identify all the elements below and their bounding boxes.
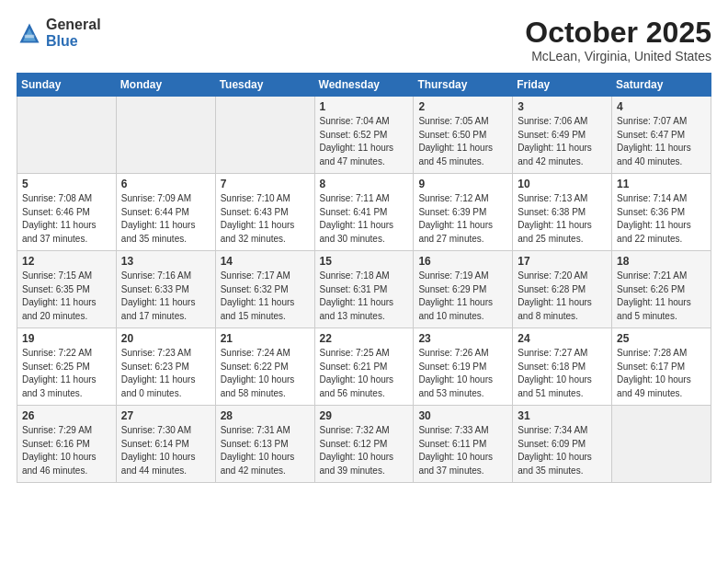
day-number: 20 (121, 332, 210, 345)
day-cell: 12Sunrise: 7:15 AMSunset: 6:35 PMDayligh… (17, 251, 117, 328)
day-info: Sunrise: 7:12 AMSunset: 6:39 PMDaylight:… (418, 192, 507, 246)
day-cell: 22Sunrise: 7:25 AMSunset: 6:21 PMDayligh… (314, 328, 414, 406)
day-info: Sunrise: 7:19 AMSunset: 6:29 PMDaylight:… (418, 270, 507, 323)
day-cell (116, 97, 215, 174)
day-cell: 4Sunrise: 7:07 AMSunset: 6:47 PMDaylight… (612, 97, 711, 174)
day-number: 22 (320, 332, 409, 345)
day-number: 29 (320, 409, 409, 422)
day-number: 2 (418, 100, 507, 113)
day-cell: 17Sunrise: 7:20 AMSunset: 6:28 PMDayligh… (513, 251, 612, 328)
day-info: Sunrise: 7:09 AMSunset: 6:44 PMDaylight:… (121, 192, 210, 246)
day-cell: 11Sunrise: 7:14 AMSunset: 6:36 PMDayligh… (612, 174, 711, 251)
header-row: SundayMondayTuesdayWednesdayThursdayFrid… (17, 74, 711, 97)
day-cell: 24Sunrise: 7:27 AMSunset: 6:18 PMDayligh… (513, 328, 612, 406)
col-header-sunday: Sunday (17, 74, 117, 97)
day-info: Sunrise: 7:07 AMSunset: 6:47 PMDaylight:… (617, 115, 706, 168)
day-info: Sunrise: 7:17 AMSunset: 6:32 PMDaylight:… (221, 270, 310, 323)
day-cell: 27Sunrise: 7:30 AMSunset: 6:14 PMDayligh… (116, 406, 215, 483)
col-header-friday: Friday (513, 74, 612, 97)
day-cell: 20Sunrise: 7:23 AMSunset: 6:23 PMDayligh… (116, 328, 215, 406)
day-info: Sunrise: 7:22 AMSunset: 6:25 PMDaylight:… (22, 347, 111, 400)
day-cell: 15Sunrise: 7:18 AMSunset: 6:31 PMDayligh… (314, 251, 414, 328)
day-number: 28 (221, 409, 310, 422)
day-info: Sunrise: 7:21 AMSunset: 6:26 PMDaylight:… (617, 270, 706, 323)
day-cell (17, 97, 117, 174)
day-number: 30 (418, 409, 507, 422)
day-info: Sunrise: 7:13 AMSunset: 6:38 PMDaylight:… (518, 192, 607, 246)
week-row-5: 26Sunrise: 7:29 AMSunset: 6:16 PMDayligh… (17, 406, 711, 483)
day-info: Sunrise: 7:29 AMSunset: 6:16 PMDaylight:… (22, 424, 111, 477)
svg-rect-2 (25, 34, 35, 38)
day-info: Sunrise: 7:14 AMSunset: 6:36 PMDaylight:… (617, 192, 706, 246)
day-cell (215, 97, 314, 174)
day-info: Sunrise: 7:10 AMSunset: 6:43 PMDaylight:… (221, 192, 310, 246)
calendar-table: SundayMondayTuesdayWednesdayThursdayFrid… (17, 73, 711, 483)
day-cell: 19Sunrise: 7:22 AMSunset: 6:25 PMDayligh… (17, 328, 117, 406)
day-info: Sunrise: 7:15 AMSunset: 6:35 PMDaylight:… (22, 270, 111, 323)
day-info: Sunrise: 7:16 AMSunset: 6:33 PMDaylight:… (121, 270, 210, 323)
day-cell: 5Sunrise: 7:08 AMSunset: 6:46 PMDaylight… (17, 174, 117, 251)
day-info: Sunrise: 7:11 AMSunset: 6:41 PMDaylight:… (320, 192, 409, 246)
day-info: Sunrise: 7:26 AMSunset: 6:19 PMDaylight:… (418, 347, 507, 400)
day-cell: 23Sunrise: 7:26 AMSunset: 6:19 PMDayligh… (414, 328, 513, 406)
day-number: 25 (617, 332, 706, 345)
week-row-4: 19Sunrise: 7:22 AMSunset: 6:25 PMDayligh… (17, 328, 711, 406)
logo-text: General Blue (46, 17, 101, 49)
day-cell: 29Sunrise: 7:32 AMSunset: 6:12 PMDayligh… (314, 406, 414, 483)
day-info: Sunrise: 7:31 AMSunset: 6:13 PMDaylight:… (221, 424, 310, 477)
day-info: Sunrise: 7:27 AMSunset: 6:18 PMDaylight:… (518, 347, 607, 400)
day-cell: 28Sunrise: 7:31 AMSunset: 6:13 PMDayligh… (215, 406, 314, 483)
col-header-thursday: Thursday (414, 74, 513, 97)
day-cell: 16Sunrise: 7:19 AMSunset: 6:29 PMDayligh… (414, 251, 513, 328)
day-info: Sunrise: 7:06 AMSunset: 6:49 PMDaylight:… (518, 115, 607, 168)
day-cell: 7Sunrise: 7:10 AMSunset: 6:43 PMDaylight… (215, 174, 314, 251)
day-cell: 6Sunrise: 7:09 AMSunset: 6:44 PMDaylight… (116, 174, 215, 251)
day-number: 16 (418, 255, 507, 268)
day-info: Sunrise: 7:08 AMSunset: 6:46 PMDaylight:… (22, 192, 111, 246)
day-cell: 8Sunrise: 7:11 AMSunset: 6:41 PMDaylight… (314, 174, 414, 251)
day-info: Sunrise: 7:25 AMSunset: 6:21 PMDaylight:… (320, 347, 409, 400)
day-number: 8 (320, 178, 409, 190)
day-cell: 10Sunrise: 7:13 AMSunset: 6:38 PMDayligh… (513, 174, 612, 251)
header: General Blue October 2025 McLean, Virgin… (17, 17, 711, 63)
logo: General Blue (17, 17, 101, 49)
col-header-wednesday: Wednesday (314, 74, 414, 97)
col-header-monday: Monday (116, 74, 215, 97)
day-cell: 3Sunrise: 7:06 AMSunset: 6:49 PMDaylight… (513, 97, 612, 174)
day-number: 6 (121, 178, 210, 190)
day-cell: 26Sunrise: 7:29 AMSunset: 6:16 PMDayligh… (17, 406, 117, 483)
day-cell: 21Sunrise: 7:24 AMSunset: 6:22 PMDayligh… (215, 328, 314, 406)
day-info: Sunrise: 7:18 AMSunset: 6:31 PMDaylight:… (320, 270, 409, 323)
day-number: 11 (617, 178, 706, 190)
day-cell: 13Sunrise: 7:16 AMSunset: 6:33 PMDayligh… (116, 251, 215, 328)
day-info: Sunrise: 7:32 AMSunset: 6:12 PMDaylight:… (320, 424, 409, 477)
day-info: Sunrise: 7:33 AMSunset: 6:11 PMDaylight:… (418, 424, 507, 477)
day-info: Sunrise: 7:30 AMSunset: 6:14 PMDaylight:… (121, 424, 210, 477)
calendar-body: 1Sunrise: 7:04 AMSunset: 6:52 PMDaylight… (17, 97, 711, 483)
day-number: 4 (617, 100, 706, 113)
day-number: 13 (121, 255, 210, 268)
day-info: Sunrise: 7:24 AMSunset: 6:22 PMDaylight:… (221, 347, 310, 400)
day-number: 23 (418, 332, 507, 345)
day-cell: 9Sunrise: 7:12 AMSunset: 6:39 PMDaylight… (414, 174, 513, 251)
month-title: October 2025 (525, 17, 711, 49)
day-number: 21 (221, 332, 310, 345)
day-info: Sunrise: 7:34 AMSunset: 6:09 PMDaylight:… (518, 424, 607, 477)
day-number: 5 (22, 178, 111, 190)
day-info: Sunrise: 7:28 AMSunset: 6:17 PMDaylight:… (617, 347, 706, 400)
location-text: McLean, Virginia, United States (525, 49, 711, 63)
day-number: 3 (518, 100, 607, 113)
day-cell: 1Sunrise: 7:04 AMSunset: 6:52 PMDaylight… (314, 97, 414, 174)
day-number: 12 (22, 255, 111, 268)
day-cell: 2Sunrise: 7:05 AMSunset: 6:50 PMDaylight… (414, 97, 513, 174)
day-cell: 31Sunrise: 7:34 AMSunset: 6:09 PMDayligh… (513, 406, 612, 483)
main-container: General Blue October 2025 McLean, Virgin… (0, 0, 728, 492)
col-header-tuesday: Tuesday (215, 74, 314, 97)
logo-general-text: General (46, 17, 101, 33)
day-number: 17 (518, 255, 607, 268)
day-cell: 18Sunrise: 7:21 AMSunset: 6:26 PMDayligh… (612, 251, 711, 328)
day-number: 14 (221, 255, 310, 268)
week-row-3: 12Sunrise: 7:15 AMSunset: 6:35 PMDayligh… (17, 251, 711, 328)
day-info: Sunrise: 7:05 AMSunset: 6:50 PMDaylight:… (418, 115, 507, 168)
day-number: 19 (22, 332, 111, 345)
